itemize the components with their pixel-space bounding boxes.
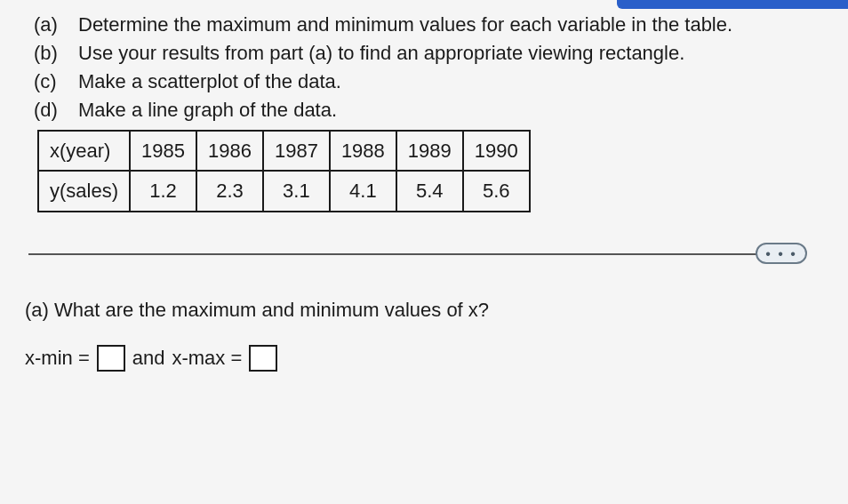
y-cell: 2.3	[196, 171, 263, 212]
table-row: y(sales) 1.2 2.3 3.1 4.1 5.4 5.6	[38, 171, 530, 212]
ellipsis-icon: • • •	[765, 244, 797, 264]
section-divider: • • •	[25, 243, 823, 264]
y-row-label: y(sales)	[38, 171, 130, 212]
question-b-label: (b)	[34, 39, 69, 68]
part-a-prompt: (a) What are the maximum and minimum val…	[25, 296, 823, 324]
y-cell: 4.1	[330, 171, 396, 212]
x-cell: 1988	[330, 131, 396, 172]
question-b-text: Use your results from part (a) to find a…	[78, 39, 684, 68]
question-c: (c) Make a scatterplot of the data.	[34, 68, 823, 96]
question-c-text: Make a scatterplot of the data.	[78, 68, 341, 96]
divider-line	[28, 253, 796, 255]
y-cell: 5.6	[463, 171, 530, 212]
question-d-text: Make a line graph of the data.	[78, 96, 337, 124]
y-cell: 3.1	[263, 171, 330, 212]
question-a: (a) Determine the maximum and minimum va…	[34, 11, 823, 39]
data-table: x(year) 1985 1986 1987 1988 1989 1990 y(…	[37, 130, 531, 213]
question-a-label: (a)	[34, 11, 69, 39]
question-d-label: (d)	[34, 96, 69, 124]
question-list: (a) Determine the maximum and minimum va…	[25, 11, 823, 124]
xmin-input[interactable]	[97, 345, 125, 372]
x-cell: 1990	[463, 131, 530, 172]
xmin-label: x-min =	[25, 344, 90, 372]
part-a-section: (a) What are the maximum and minimum val…	[25, 296, 823, 372]
question-d: (d) Make a line graph of the data.	[34, 96, 823, 124]
table-row: x(year) 1985 1986 1987 1988 1989 1990	[38, 131, 530, 172]
x-cell: 1985	[130, 131, 196, 172]
x-cell: 1987	[263, 131, 330, 172]
y-cell: 5.4	[396, 171, 463, 212]
question-b: (b) Use your results from part (a) to fi…	[34, 39, 823, 68]
question-a-text: Determine the maximum and minimum values…	[78, 11, 732, 39]
x-row-label: x(year)	[38, 131, 130, 172]
xmax-input[interactable]	[249, 345, 277, 372]
more-button[interactable]: • • •	[756, 243, 807, 264]
question-c-label: (c)	[34, 68, 69, 96]
answer-row: x-min = and x-max =	[25, 344, 823, 372]
and-text: and	[132, 344, 165, 372]
xmax-label: x-max =	[172, 344, 242, 372]
y-cell: 1.2	[130, 171, 196, 212]
x-cell: 1986	[196, 131, 263, 172]
x-cell: 1989	[396, 131, 463, 172]
window-accent-bar	[617, 0, 848, 9]
